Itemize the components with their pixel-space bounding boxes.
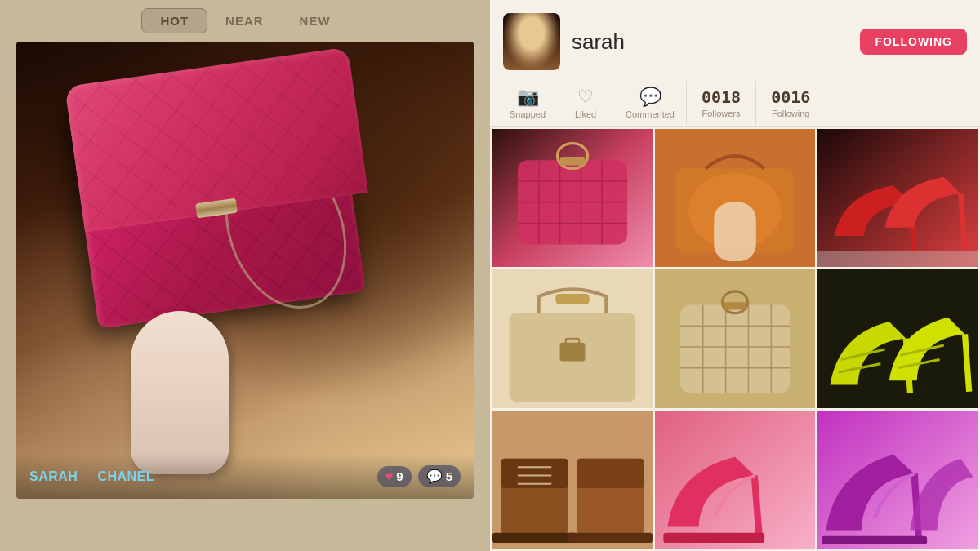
svg-line-16 (910, 202, 914, 253)
svg-point-13 (688, 173, 781, 249)
camera-icon: 📷 (517, 87, 539, 108)
post-user[interactable]: SARAH (29, 469, 78, 484)
svg-rect-44 (501, 459, 568, 488)
svg-point-33 (723, 291, 748, 313)
tab-near[interactable]: NEAR (207, 9, 282, 33)
svg-rect-35 (817, 269, 978, 407)
heart-tab-icon: ♡ (577, 87, 594, 108)
svg-rect-15 (817, 129, 978, 267)
avatar-image (503, 13, 560, 70)
grid-item-7[interactable] (492, 411, 653, 549)
svg-line-41 (965, 335, 969, 392)
hand (131, 311, 229, 474)
likes-bubble[interactable]: ♥ 9 (377, 466, 412, 487)
tab-bar: HOT NEAR NEW (141, 8, 348, 33)
svg-rect-52 (655, 411, 815, 549)
grid-item-9[interactable] (817, 411, 978, 549)
svg-line-36 (841, 349, 885, 359)
likes-count: 9 (396, 469, 403, 483)
svg-rect-48 (568, 532, 653, 542)
comments-count: 5 (446, 469, 452, 483)
svg-rect-14 (714, 202, 756, 261)
svg-rect-57 (822, 535, 927, 544)
post-footer: SARAH CHANEL ♥ 9 💬 5 (16, 454, 474, 499)
svg-rect-20 (510, 313, 636, 402)
tab-snapped[interactable]: 📷 Snapped (498, 80, 557, 126)
svg-rect-34 (724, 303, 746, 310)
grid-item-6[interactable] (817, 269, 978, 407)
snapped-label: Snapped (510, 109, 546, 119)
svg-rect-0 (492, 129, 653, 267)
commented-label: Commented (626, 109, 675, 119)
following-count: 0016 (771, 87, 810, 107)
comment-tab-icon: 💬 (639, 87, 662, 108)
stats-tabs-bar: 📷 Snapped ♡ Liked 💬 Commented 0018 Follo… (490, 80, 980, 127)
svg-rect-54 (663, 532, 764, 542)
post-meta: SARAH CHANEL (29, 469, 154, 484)
grid-item-5[interactable] (655, 269, 815, 407)
post-scene (16, 42, 474, 499)
following-stat[interactable]: 0016 Following (755, 81, 825, 125)
grid-item-8[interactable] (655, 411, 815, 549)
tab-commented[interactable]: 💬 Commented (614, 80, 686, 126)
photo-grid (490, 127, 980, 551)
svg-rect-25 (680, 305, 790, 393)
svg-rect-1 (518, 160, 627, 244)
following-button[interactable]: FOLLOWING (860, 29, 967, 55)
heart-icon: ♥ (385, 469, 394, 484)
tab-new[interactable]: NEW (282, 9, 349, 33)
profile-name: sarah (572, 29, 849, 55)
tab-hot[interactable]: HOT (141, 8, 207, 33)
svg-rect-21 (555, 294, 589, 304)
svg-rect-12 (676, 169, 794, 253)
svg-rect-10 (560, 157, 586, 165)
svg-line-39 (900, 345, 944, 355)
grid-item-3[interactable] (817, 129, 978, 267)
followers-stat[interactable]: 0018 Followers (686, 81, 755, 125)
following-label: Following (772, 109, 809, 118)
followers-label: Followers (702, 109, 741, 118)
bag-shape (82, 82, 376, 360)
svg-rect-45 (492, 532, 577, 542)
avatar[interactable] (503, 13, 560, 70)
liked-label: Liked (575, 109, 596, 119)
svg-rect-18 (817, 251, 978, 268)
grid-item-4[interactable] (492, 269, 653, 407)
right-panel: sarah FOLLOWING 📷 Snapped ♡ Liked 💬 Comm… (490, 0, 980, 551)
svg-line-38 (906, 339, 910, 393)
comment-icon: 💬 (426, 469, 443, 484)
svg-rect-47 (577, 459, 644, 488)
tab-liked[interactable]: ♡ Liked (557, 80, 614, 126)
profile-header: sarah FOLLOWING (490, 0, 980, 80)
post-brand[interactable]: CHANEL (97, 469, 154, 484)
followers-count: 0018 (702, 87, 741, 107)
post-stats: ♥ 9 💬 5 (377, 465, 461, 487)
comments-bubble[interactable]: 💬 5 (418, 465, 461, 487)
svg-rect-22 (560, 343, 586, 362)
grid-item-2[interactable] (655, 129, 815, 267)
svg-line-37 (839, 364, 881, 372)
svg-line-40 (898, 360, 940, 368)
main-post-image[interactable]: SARAH CHANEL ♥ 9 💬 5 (16, 42, 474, 499)
svg-rect-23 (566, 339, 580, 349)
left-panel: HOT NEAR NEW SARAH CHANEL (0, 0, 490, 551)
grid-item-1[interactable] (492, 129, 653, 267)
